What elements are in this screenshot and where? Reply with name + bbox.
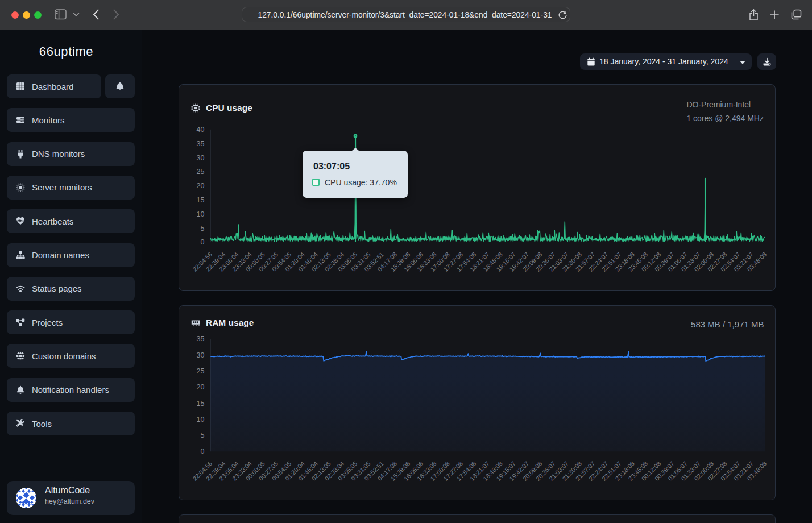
svg-text:10: 10 — [196, 416, 204, 424]
svg-text:0: 0 — [200, 448, 204, 456]
svg-text:25: 25 — [196, 367, 204, 375]
svg-text:35: 35 — [196, 335, 204, 343]
svg-text:35: 35 — [196, 140, 204, 148]
svg-text:20: 20 — [196, 182, 204, 190]
svg-text:10: 10 — [196, 210, 204, 218]
svg-text:30: 30 — [196, 351, 204, 359]
svg-text:0: 0 — [200, 238, 204, 246]
svg-text:25: 25 — [196, 168, 204, 176]
svg-text:15: 15 — [196, 400, 204, 408]
svg-text:15: 15 — [196, 196, 204, 204]
svg-text:5: 5 — [200, 225, 204, 233]
svg-text:40: 40 — [196, 126, 204, 134]
svg-text:5: 5 — [200, 431, 204, 439]
svg-text:20: 20 — [196, 384, 204, 392]
svg-text:30: 30 — [196, 154, 204, 162]
